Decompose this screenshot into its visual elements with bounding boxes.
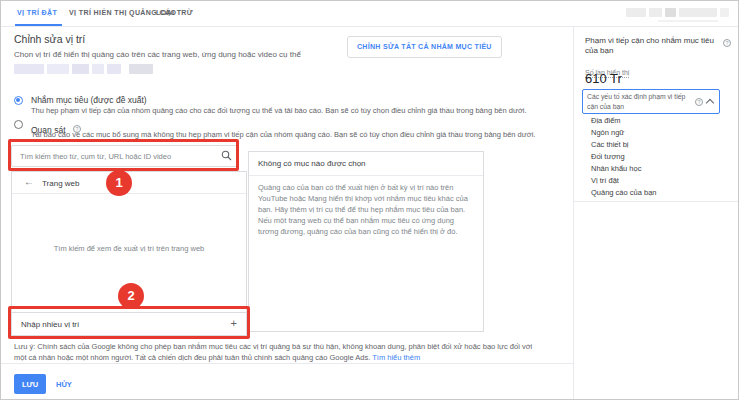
- redacted-account-subline: [658, 20, 718, 22]
- placement-browse-panel: Trang web Tìm kiếm để xem đề xuất vị trí…: [11, 171, 247, 336]
- policy-note: Lưu ý: Chính sách của Google không cho p…: [14, 342, 539, 363]
- plus-icon[interactable]: [231, 317, 237, 329]
- footer-divider: [1, 363, 573, 364]
- bulk-add-row[interactable]: Nhập nhiều vị trí: [12, 312, 246, 335]
- factor-item-doi-tuong[interactable]: Đối tượng: [591, 152, 625, 161]
- selected-placements-header: Không có mục nào được chọn: [249, 152, 483, 176]
- redacted-account-info: [626, 8, 729, 26]
- page-subtitle: Chọn vị trí để hiển thị quảng cáo trên c…: [14, 50, 301, 59]
- placement-search-input[interactable]: [11, 145, 239, 167]
- factor-item-vi-tri-dat[interactable]: Vị trí đặt: [591, 176, 619, 185]
- reach-factors-expander[interactable]: Các yếu tố xác định phạm vi tiếp cận của…: [582, 89, 720, 114]
- policy-note-text: Lưu ý: Chính sách của Google không cho p…: [14, 342, 532, 362]
- factor-item-nhan-khau-hoc[interactable]: Nhân khẩu học: [591, 164, 641, 173]
- factor-item-cac-thiet-bi[interactable]: Các thiết bị: [591, 140, 629, 149]
- reach-factors-label: Các yếu tố xác định phạm vi tiếp cận của…: [587, 92, 690, 112]
- radio-observation[interactable]: [14, 120, 23, 129]
- sidebar-section-divider: [573, 201, 739, 202]
- reach-help-icon[interactable]: [723, 39, 731, 47]
- radio-targeting-label: Nhắm mục tiêu (được đề xuất): [31, 95, 147, 105]
- selected-placements-panel: Không có mục nào được chọn Quảng cáo của…: [248, 151, 484, 332]
- reach-factors-help-icon[interactable]: [695, 98, 703, 106]
- browse-category-label: Trang web: [42, 179, 80, 188]
- radio-targeting[interactable]: [14, 96, 23, 105]
- page-title: Chỉnh sửa vị trí: [14, 33, 85, 45]
- factor-item-ngon-ngu[interactable]: Ngôn ngữ: [591, 128, 624, 137]
- search-suggestion-hint: Tìm kiếm để xem đề xuất vị trí trên tran…: [12, 244, 246, 253]
- tab-vi-tri-dat[interactable]: VỊ TRÍ ĐẶT: [17, 9, 57, 16]
- learn-more-link[interactable]: Tìm hiểu thêm: [372, 353, 420, 362]
- bulk-add-label: Nhập nhiều vị trí: [21, 320, 79, 329]
- reach-title: Phạm vi tiếp cận cho nhắm mục tiêu của b…: [585, 36, 715, 57]
- factor-item-quang-cao-cua-ban[interactable]: Quảng cáo của bạn: [591, 188, 656, 197]
- tab-bar: VỊ TRÍ ĐẶT VỊ TRÍ HIỂN THỊ QUẢNG CÁO LOẠ…: [1, 1, 738, 27]
- radio-targeting-description: Thu hẹp phạm vi tiếp cận của nhóm quảng …: [31, 106, 541, 116]
- sidebar-divider: [573, 26, 574, 400]
- back-arrow-icon[interactable]: [24, 176, 34, 187]
- redacted-ad-group-label: [14, 64, 153, 82]
- radio-observation-description: Tải báo cáo về các mục bổ sung mà không …: [31, 130, 541, 140]
- browse-header-row: Trang web: [12, 172, 246, 194]
- selected-placements-empty-text: Quảng cáo của bạn có thể xuất hiện ở bất…: [249, 176, 483, 237]
- tab-loai-tru[interactable]: LOẠI TRỪ: [156, 9, 193, 16]
- edit-all-targeting-button[interactable]: CHỈNH SỬA TẤT CẢ NHẮM MỤC TIÊU: [347, 36, 502, 58]
- google-ads-placements-editor: VỊ TRÍ ĐẶT VỊ TRÍ HIỂN THỊ QUẢNG CÁO LOẠ…: [0, 0, 739, 400]
- active-tab-indicator: [15, 24, 62, 26]
- cancel-button[interactable]: HỦY: [56, 380, 72, 389]
- save-button[interactable]: LƯU: [14, 374, 46, 394]
- impressions-value: 610 Tr: [585, 71, 622, 86]
- chevron-up-icon[interactable]: [706, 99, 714, 107]
- factor-item-dia-diem[interactable]: Địa điểm: [591, 116, 621, 125]
